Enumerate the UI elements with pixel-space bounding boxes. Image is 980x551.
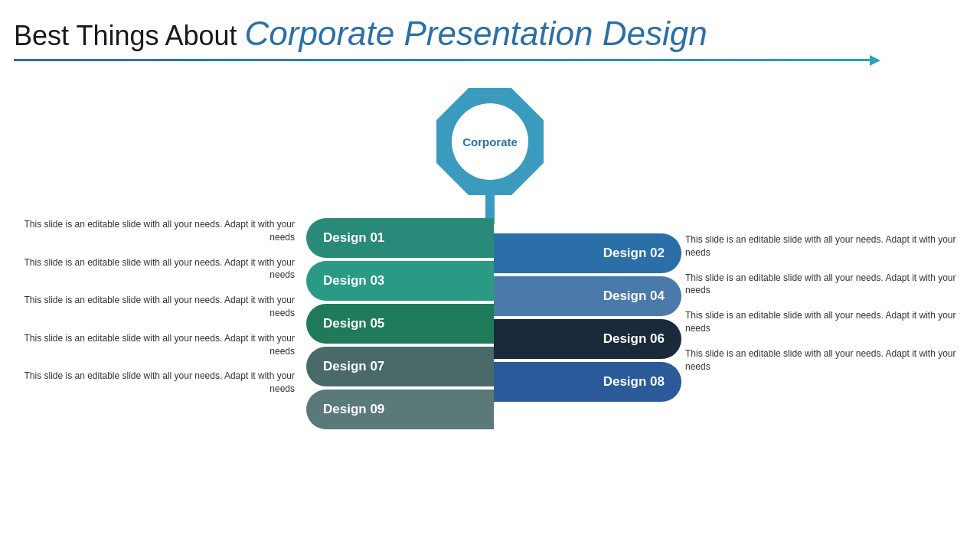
design-item-03: Design 03 [306, 261, 494, 301]
left-desc-1: This slide is an editable slide with all… [11, 218, 295, 244]
title-highlight: Corporate Presentation Design [245, 15, 707, 52]
right-desc-2: This slide is an editable slide with all… [685, 272, 969, 298]
design-item-04: Design 04 [494, 276, 681, 316]
header-line [14, 59, 871, 61]
design-item-09: Design 09 [306, 390, 494, 429]
design-item-05: Design 05 [306, 304, 494, 344]
design-item-07: Design 07 [306, 347, 494, 386]
left-descriptions: This slide is an editable slide with all… [11, 218, 295, 408]
design-item-06: Design 06 [494, 319, 681, 359]
title-normal: Best Things About [14, 20, 237, 51]
left-desc-4: This slide is an editable slide with all… [11, 332, 295, 358]
design-item-01: Design 01 [306, 218, 494, 258]
design-item-02: Design 02 [494, 233, 681, 273]
left-desc-2: This slide is an editable slide with all… [11, 256, 295, 282]
right-desc-1: This slide is an editable slide with all… [685, 233, 969, 259]
octagon-inner: Corporate [452, 103, 528, 180]
right-panel: Design 02 Design 04 Design 06 Design 08 [494, 233, 681, 405]
right-descriptions: This slide is an editable slide with all… [685, 233, 969, 385]
left-panel: Design 01 Design 03 Design 05 Design 07 … [306, 218, 494, 432]
center-octagon-wrapper: Corporate [436, 88, 544, 195]
header: Best Things About Corporate Presentation… [14, 14, 966, 61]
right-desc-3: This slide is an editable slide with all… [685, 309, 969, 335]
design-item-08: Design 08 [494, 362, 681, 402]
page-title: Best Things About Corporate Presentation… [14, 14, 966, 54]
left-desc-5: This slide is an editable slide with all… [11, 370, 295, 396]
octagon-outer: Corporate [436, 88, 544, 195]
left-desc-3: This slide is an editable slide with all… [11, 294, 295, 320]
octagon-label: Corporate [462, 135, 518, 148]
right-desc-4: This slide is an editable slide with all… [685, 347, 969, 373]
